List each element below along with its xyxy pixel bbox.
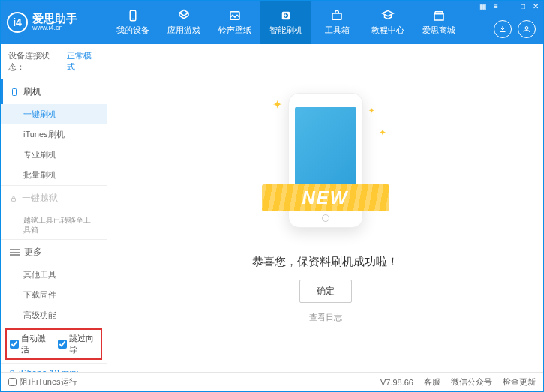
customer-service-link[interactable]: 客服 [424,376,440,388]
view-log-link[interactable]: 查看日志 [309,312,342,323]
phone-icon [10,88,19,97]
wallpaper-icon [228,9,242,22]
nav-store[interactable]: 爱思商城 [413,1,464,44]
app-name: 爱思助手 [32,13,77,25]
nav-label: 教程中心 [371,25,404,36]
lock-icon [10,195,17,202]
sidebar-item-oneclick-flash[interactable]: 一键刷机 [1,104,107,124]
sidebar-header-jailbreak[interactable]: 一键越狱 [1,186,107,211]
connection-status: 设备连接状态： 正常模式 [1,44,107,79]
new-ribbon: NEW [262,184,389,211]
app-window: i4 爱思助手 www.i4.cn 我的设备 应用游戏 铃声壁纸 智能刷机 [0,0,544,392]
titlebar: i4 爱思助手 www.i4.cn 我的设备 应用游戏 铃声壁纸 智能刷机 [1,1,543,44]
nav-toolbox[interactable]: 工具箱 [311,1,362,44]
body: 设备连接状态： 正常模式 刷机 一键刷机 iTunes刷机 专业刷机 批量刷机 … [1,44,543,372]
nav-my-device[interactable]: 我的设备 [107,1,158,44]
window-controls: ▦ ≡ — □ ✕ [478,2,540,10]
phone-home-button [322,214,329,222]
sidebar-item-pro-flash[interactable]: 专业刷机 [1,145,107,165]
minimize-button[interactable]: — [504,2,515,10]
conn-value: 正常模式 [67,50,99,73]
main-content: ✦ ✦ ✦ NEW 恭喜您，保资料刷机成功啦！ 确定 查看日志 [107,44,543,372]
success-message: 恭喜您，保资料刷机成功啦！ [252,255,398,269]
sidebar-header-label: 一键越狱 [22,192,58,205]
nav-smart-flash[interactable]: 智能刷机 [260,1,311,44]
sidebar-item-download-firmware[interactable]: 下载固件 [1,285,107,305]
version-label: V7.98.66 [380,378,413,387]
sparkle-icon: ✦ [368,106,374,115]
sidebar-item-other-tools[interactable]: 其他工具 [1,265,107,285]
sidebar-header-more[interactable]: 更多 [1,240,107,265]
sidebar-header-flash[interactable]: 刷机 [1,79,107,104]
sidebar-item-batch-flash[interactable]: 批量刷机 [1,165,107,185]
nav-label: 智能刷机 [269,25,302,36]
download-icon [498,25,507,34]
confirm-button[interactable]: 确定 [299,280,352,303]
sparkle-icon: ✦ [272,97,282,112]
auto-activate-input[interactable] [10,340,19,349]
nav-tabs: 我的设备 应用游戏 铃声壁纸 智能刷机 工具箱 教程中心 [107,1,464,44]
svg-rect-4 [332,13,341,19]
titlebar-actions [494,20,536,38]
sidebar: 设备连接状态： 正常模式 刷机 一键刷机 iTunes刷机 专业刷机 批量刷机 … [1,44,107,372]
sparkle-icon: ✦ [379,127,386,138]
tutorial-icon [381,9,395,22]
block-itunes-checkbox[interactable] [8,378,17,386]
sidebar-item-advanced[interactable]: 高级功能 [1,305,107,325]
hamburger-icon [10,249,20,256]
nav-label: 爱思商城 [422,25,455,36]
download-button[interactable] [494,20,512,38]
flash-icon [279,9,293,22]
apps-icon [177,9,191,22]
check-update-link[interactable]: 检查更新 [503,376,536,388]
jailbreak-note: 越狱工具已转移至工具箱 [1,211,107,239]
settings-button[interactable]: ▦ [478,2,488,10]
svg-rect-8 [12,198,16,201]
skip-guide-input[interactable] [58,340,67,349]
sidebar-item-itunes-flash[interactable]: iTunes刷机 [1,124,107,145]
nav-label: 工具箱 [325,25,350,36]
nav-label: 铃声壁纸 [218,25,251,36]
auto-activate-checkbox[interactable]: 自动激活 [10,333,50,355]
nav-apps-games[interactable]: 应用游戏 [158,1,209,44]
block-itunes-label: 阻止iTunes运行 [20,376,77,388]
store-icon [432,9,446,22]
menu-button[interactable]: ≡ [492,2,500,10]
phone-icon [126,9,140,22]
flash-options: 自动激活 跳过向导 [5,328,102,360]
logo-area: i4 爱思助手 www.i4.cn [7,12,107,33]
sidebar-header-label: 刷机 [23,85,41,98]
user-icon [522,25,531,34]
phone-illustration: ✦ ✦ ✦ NEW [269,93,382,243]
checkbox-label: 自动激活 [21,333,50,355]
nav-ringtone-wallpaper[interactable]: 铃声壁纸 [209,1,260,44]
svg-rect-7 [13,88,17,95]
app-logo-icon: i4 [7,12,28,33]
maximize-button[interactable]: □ [519,2,527,10]
close-button[interactable]: ✕ [531,2,540,10]
toolbox-icon [330,9,344,22]
app-url: www.i4.cn [32,25,77,32]
account-button[interactable] [518,20,536,38]
skip-guide-checkbox[interactable]: 跳过向导 [58,333,98,355]
nav-label: 应用游戏 [167,25,200,36]
nav-label: 我的设备 [116,25,149,36]
svg-rect-5 [434,14,443,20]
svg-point-6 [525,27,528,30]
checkbox-label: 跳过向导 [69,333,98,355]
wechat-link[interactable]: 微信公众号 [451,376,492,388]
sidebar-header-label: 更多 [24,246,42,259]
new-ribbon-text: NEW [302,187,349,208]
conn-label: 设备连接状态： [8,50,64,73]
nav-tutorials[interactable]: 教程中心 [362,1,413,44]
device-info[interactable]: iPhone 12 mini 64GB Down-12mini-13,1 [1,363,107,372]
statusbar: 阻止iTunes运行 V7.98.66 客服 微信公众号 检查更新 [1,372,543,391]
